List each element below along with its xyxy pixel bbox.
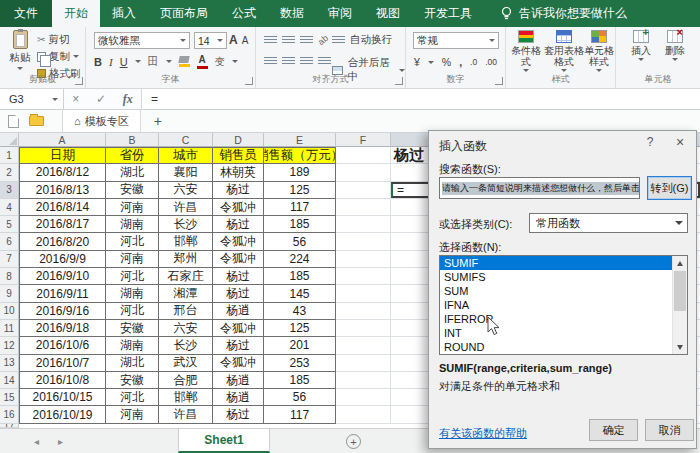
cell-B15[interactable]: 河北 [106, 389, 159, 406]
cell-E7[interactable]: 224 [264, 251, 336, 268]
new-document-icon[interactable] [8, 115, 19, 128]
row-header-4[interactable]: 4 [0, 199, 19, 216]
cell-F2[interactable] [336, 164, 391, 181]
cell-C3[interactable]: 六安 [159, 182, 213, 199]
borders-button[interactable]: 田 [148, 54, 159, 69]
ribbon-tab-8[interactable]: 视图 [364, 0, 412, 27]
cell-D3[interactable]: 杨过 [213, 182, 264, 199]
cell-F6[interactable] [336, 233, 391, 250]
cell-D6[interactable]: 令狐冲 [213, 233, 264, 250]
cell-F5[interactable] [336, 216, 391, 233]
align-left-icon[interactable] [264, 57, 277, 66]
cell-D2[interactable]: 林朝英 [213, 164, 264, 181]
function-item-iferror[interactable]: IFERROR [440, 312, 672, 326]
cell-C5[interactable]: 长沙 [159, 216, 213, 233]
dialog-launcher-icon[interactable] [245, 77, 253, 85]
format-as-table-button[interactable]: 套用表格格式 [544, 30, 584, 72]
cell-E14[interactable]: 185 [264, 372, 336, 389]
cell-A10[interactable]: 2016/9/16 [19, 303, 106, 320]
cell-D8[interactable]: 杨过 [213, 268, 264, 285]
cell-F9[interactable] [336, 285, 391, 302]
row-header-8[interactable]: 8 [0, 268, 19, 285]
shrink-font-button[interactable]: A [242, 35, 249, 46]
phonetic-guide-button[interactable]: 变 [215, 55, 225, 69]
dialog-close-button[interactable]: × [666, 131, 694, 153]
cell-A7[interactable]: 2016/9/9 [19, 251, 106, 268]
cell-A16[interactable]: 2016/10/19 [19, 406, 106, 423]
cell-D7[interactable]: 令狐冲 [213, 251, 264, 268]
open-folder-icon[interactable] [29, 116, 44, 126]
add-sheet-button[interactable]: + [346, 434, 361, 449]
cell-B10[interactable]: 河北 [106, 303, 159, 320]
row-header-13[interactable]: 13 [0, 355, 19, 372]
listbox-scrollbar[interactable] [672, 256, 687, 354]
cell-E9[interactable]: 145 [264, 285, 336, 302]
col-header-C[interactable]: C [159, 133, 213, 147]
function-help-link[interactable]: 有关该函数的帮助 [439, 426, 527, 441]
cell-A4[interactable]: 2016/8/14 [19, 199, 106, 216]
align-right-icon[interactable] [300, 57, 313, 66]
cell-F10[interactable] [336, 303, 391, 320]
cell-A15[interactable]: 2016/10/15 [19, 389, 106, 406]
cell-B5[interactable]: 湖南 [106, 216, 159, 233]
cell-C9[interactable]: 湘潭 [159, 285, 213, 302]
align-center-icon[interactable] [282, 57, 295, 66]
cell-F7[interactable] [336, 251, 391, 268]
search-function-input[interactable]: 请输入一条简短说明来描述您想做什么，然后单击“转到” [439, 177, 640, 199]
increase-decimal-button[interactable]: .0 [470, 57, 477, 67]
scroll-up-icon[interactable] [673, 256, 687, 270]
insert-cells-button[interactable]: 插入 [626, 30, 656, 61]
cell-D12[interactable]: 杨过 [213, 337, 264, 354]
dialog-launcher-icon[interactable] [495, 77, 503, 85]
scrollbar-thumb[interactable] [674, 271, 686, 311]
accounting-format-button[interactable]: ¥ [414, 56, 420, 68]
cell-F8[interactable] [336, 268, 391, 285]
sheet-nav-right-button[interactable]: ▸ [58, 429, 63, 453]
cell-E15[interactable]: 56 [264, 389, 336, 406]
cell-B7[interactable]: 河南 [106, 251, 159, 268]
cell-E10[interactable]: 43 [264, 303, 336, 320]
cell-C13[interactable]: 武汉 [159, 355, 213, 372]
cell-C16[interactable]: 许昌 [159, 406, 213, 423]
select-all-corner[interactable] [0, 133, 19, 147]
cell-D1[interactable]: 销售员 [213, 147, 264, 164]
cell-C6[interactable]: 邯郸 [159, 233, 213, 250]
cell-A3[interactable]: 2016/8/13 [19, 182, 106, 199]
dialog-launcher-icon[interactable] [395, 77, 403, 85]
col-header-D[interactable]: D [213, 133, 264, 147]
cell-A5[interactable]: 2016/8/17 [19, 216, 106, 233]
function-item-ifna[interactable]: IFNA [440, 298, 672, 312]
cell-C14[interactable]: 合肥 [159, 372, 213, 389]
cell-C1[interactable]: 城市 [159, 147, 213, 164]
copy-button[interactable]: 复制 [37, 49, 81, 64]
percent-button[interactable]: % [442, 56, 451, 68]
sheet-nav-left-button[interactable]: ◂ [34, 429, 39, 453]
cell-E11[interactable]: 125 [264, 320, 336, 337]
bold-button[interactable]: B [94, 56, 102, 68]
cell-C2[interactable]: 襄阳 [159, 164, 213, 181]
cell-B11[interactable]: 安徽 [106, 320, 159, 337]
cell-F3[interactable] [336, 182, 391, 199]
cell-B6[interactable]: 河北 [106, 233, 159, 250]
template-zone-tab[interactable]: ⌂ 模板专区 [62, 110, 141, 132]
cell-E6[interactable]: 56 [264, 233, 336, 250]
row-header-11[interactable]: 11 [0, 320, 19, 337]
cell-F11[interactable] [336, 320, 391, 337]
category-dropdown[interactable]: 常用函数 [529, 213, 688, 233]
row-header-3[interactable]: 3 [0, 182, 19, 199]
cell-C15[interactable]: 邯郸 [159, 389, 213, 406]
cell-B12[interactable]: 湖南 [106, 337, 159, 354]
cell-C10[interactable]: 邢台 [159, 303, 213, 320]
wrap-text-button[interactable]: 自动换行 [332, 33, 392, 47]
cell-F14[interactable] [336, 372, 391, 389]
row-header-5[interactable]: 5 [0, 216, 19, 233]
ribbon-tab-1[interactable]: 文件 [0, 0, 52, 27]
ribbon-tab-6[interactable]: 数据 [268, 0, 316, 27]
cell-F13[interactable] [336, 355, 391, 372]
cell-A8[interactable]: 2016/9/10 [19, 268, 106, 285]
delete-cells-button[interactable]: 删除 [660, 30, 690, 61]
cell-B14[interactable]: 安徽 [106, 372, 159, 389]
cell-E5[interactable]: 185 [264, 216, 336, 233]
cell-F1[interactable] [336, 147, 391, 164]
cell-E4[interactable]: 117 [264, 199, 336, 216]
